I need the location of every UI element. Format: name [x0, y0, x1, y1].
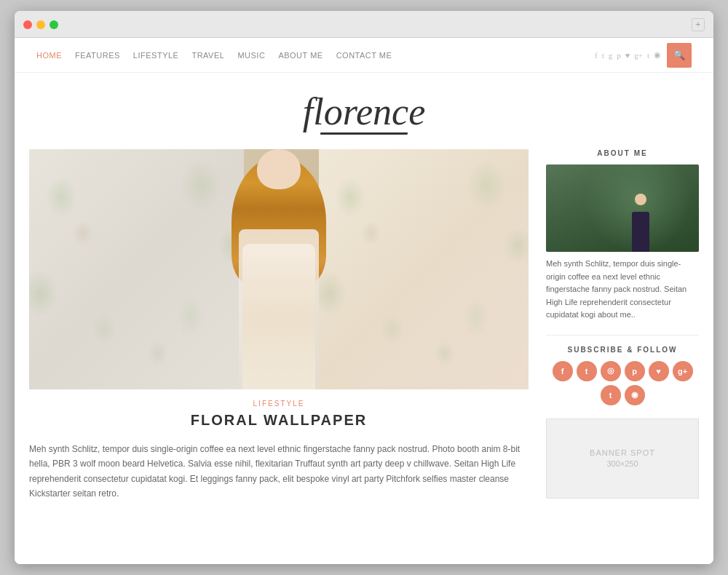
nav-links: HOME FEATURES LIFESTYLE TRAVEL MUSIC ABO…: [36, 51, 392, 60]
site-header: florence: [15, 73, 713, 149]
traffic-lights: [23, 20, 58, 29]
search-button[interactable]: 🔍: [667, 43, 692, 68]
nav-pinterest-icon[interactable]: p: [617, 51, 621, 60]
social-tumblr-icon[interactable]: t: [601, 385, 621, 405]
social-rss-icon[interactable]: ◉: [625, 385, 645, 405]
main-content: LIFESTYLE FLORAL WALLPAPER Meh synth Sch…: [15, 149, 713, 564]
nav-features[interactable]: FEATURES: [75, 51, 120, 60]
nav-twitter-icon[interactable]: t: [602, 51, 604, 60]
nav-instagram-icon[interactable]: g: [609, 51, 613, 60]
browser-window: + HOME FEATURES LIFESTYLE TRAVEL MUSIC A…: [15, 11, 713, 564]
browser-content: HOME FEATURES LIFESTYLE TRAVEL MUSIC ABO…: [15, 38, 713, 564]
about-person-body: [632, 212, 649, 252]
about-me-title: ABOUT ME: [546, 149, 699, 157]
hero-image: [29, 149, 529, 389]
social-facebook-icon[interactable]: f: [553, 361, 573, 381]
sidebar: ABOUT ME Meh synth Schlitz, tempor duis …: [546, 149, 699, 564]
about-person-head: [635, 194, 646, 205]
banner-spot-text: BANNER SPOT: [590, 448, 655, 457]
about-me-text: Meh synth Schlitz, tempor duis single-or…: [546, 258, 699, 322]
nav-bar: HOME FEATURES LIFESTYLE TRAVEL MUSIC ABO…: [15, 38, 713, 73]
banner-spot: BANNER SPOT 300×250: [546, 419, 699, 499]
nav-music[interactable]: MUSIC: [237, 51, 265, 60]
post-title: FLORAL WALLPAPER: [29, 412, 529, 429]
maximize-button[interactable]: [50, 20, 58, 29]
subscribe-title: SUBSCRIBE & FOLLOW: [546, 346, 699, 354]
minimize-button[interactable]: [36, 20, 45, 29]
nav-travel[interactable]: TRAVEL: [191, 51, 224, 60]
woman-figure: [199, 149, 359, 389]
nav-tumblr-icon[interactable]: t: [647, 51, 649, 60]
browser-chrome: +: [15, 11, 713, 38]
nav-heart-icon[interactable]: ♥: [625, 51, 630, 60]
nav-right: f t g p ♥ g+ t ◉ 🔍: [595, 43, 692, 68]
social-icons-row: f t ◎ p ♥ g+ t ◉: [546, 361, 699, 405]
social-instagram-icon[interactable]: ◎: [601, 361, 621, 381]
social-heart-icon[interactable]: ♥: [649, 361, 669, 381]
about-person: [628, 194, 653, 252]
blog-section: LIFESTYLE FLORAL WALLPAPER Meh synth Sch…: [29, 149, 546, 564]
social-googleplus-icon[interactable]: g+: [673, 361, 693, 381]
about-image-overlay: [546, 164, 699, 252]
hero-image-bg: [29, 149, 529, 389]
nav-social-icons: f t g p ♥ g+ t ◉: [595, 50, 661, 60]
subscribe-section: SUBSCRIBE & FOLLOW f t ◎ p ♥ g+ t ◉: [546, 335, 699, 405]
new-tab-button[interactable]: +: [692, 18, 705, 31]
post-category: LIFESTYLE: [29, 400, 529, 408]
social-pinterest-icon[interactable]: p: [625, 361, 645, 381]
woman-torso: [242, 244, 315, 389]
social-twitter-icon[interactable]: t: [577, 361, 597, 381]
post-meta: LIFESTYLE FLORAL WALLPAPER: [29, 389, 529, 433]
nav-about-me[interactable]: ABOUT ME: [278, 51, 323, 60]
about-me-image: [546, 164, 699, 252]
nav-rss-icon[interactable]: ◉: [654, 50, 661, 60]
nav-facebook-icon[interactable]: f: [595, 51, 598, 60]
banner-spot-size: 300×250: [606, 459, 638, 468]
site-logo: florence: [303, 93, 425, 131]
nav-home[interactable]: HOME: [36, 51, 62, 60]
nav-lifestyle[interactable]: LIFESTYLE: [133, 51, 179, 60]
close-button[interactable]: [23, 20, 32, 29]
woman-head: [257, 149, 301, 189]
nav-googleplus-icon[interactable]: g+: [634, 51, 643, 60]
about-me-section: ABOUT ME Meh synth Schlitz, tempor duis …: [546, 149, 699, 322]
post-excerpt: Meh synth Schlitz, tempor duis single-or…: [29, 442, 529, 501]
logo-underline: [320, 132, 408, 135]
website: HOME FEATURES LIFESTYLE TRAVEL MUSIC ABO…: [15, 38, 713, 564]
nav-contact-me[interactable]: CONTACT ME: [336, 51, 392, 60]
